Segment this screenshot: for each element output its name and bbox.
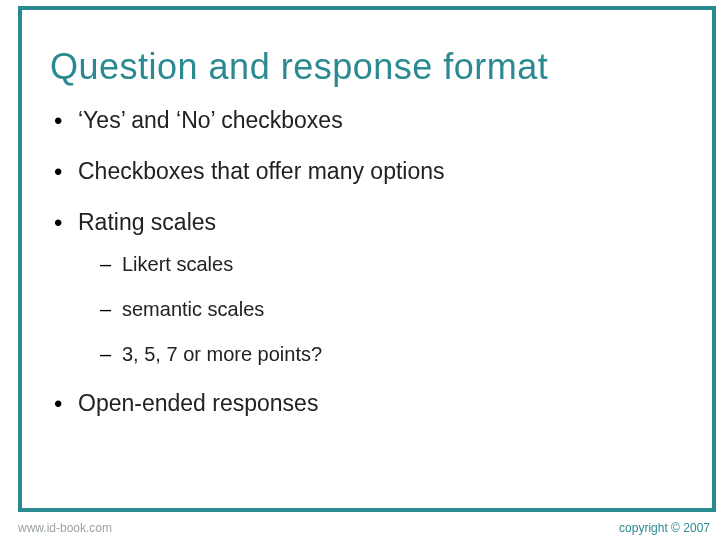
bullet-text: semantic scales xyxy=(122,298,264,320)
list-item: Likert scales xyxy=(100,252,684,277)
list-item: 3, 5, 7 or more points? xyxy=(100,342,684,367)
slide: Question and response format ‘Yes’ and ‘… xyxy=(0,0,720,540)
slide-body: ‘Yes’ and ‘No’ checkboxes Checkboxes tha… xyxy=(50,106,684,418)
slide-title: Question and response format xyxy=(50,46,712,88)
footer-url: www.id-book.com xyxy=(0,521,112,535)
bullet-text: Rating scales xyxy=(78,209,216,235)
list-item: Rating scales Likert scales semantic sca… xyxy=(50,208,684,368)
bullet-text: Likert scales xyxy=(122,253,233,275)
list-item: semantic scales xyxy=(100,297,684,322)
bullet-list: ‘Yes’ and ‘No’ checkboxes Checkboxes tha… xyxy=(50,106,684,418)
bullet-text: Checkboxes that offer many options xyxy=(78,158,445,184)
bullet-text: ‘Yes’ and ‘No’ checkboxes xyxy=(78,107,343,133)
sub-bullet-list: Likert scales semantic scales 3, 5, 7 or… xyxy=(100,252,684,367)
list-item: Checkboxes that offer many options xyxy=(50,157,684,186)
footer: www.id-book.com copyright © 2007 xyxy=(0,516,720,540)
slide-frame: Question and response format ‘Yes’ and ‘… xyxy=(18,6,716,512)
list-item: ‘Yes’ and ‘No’ checkboxes xyxy=(50,106,684,135)
footer-copyright: copyright © 2007 xyxy=(619,521,720,535)
list-item: Open-ended responses xyxy=(50,389,684,418)
bullet-text: Open-ended responses xyxy=(78,390,318,416)
bullet-text: 3, 5, 7 or more points? xyxy=(122,343,322,365)
